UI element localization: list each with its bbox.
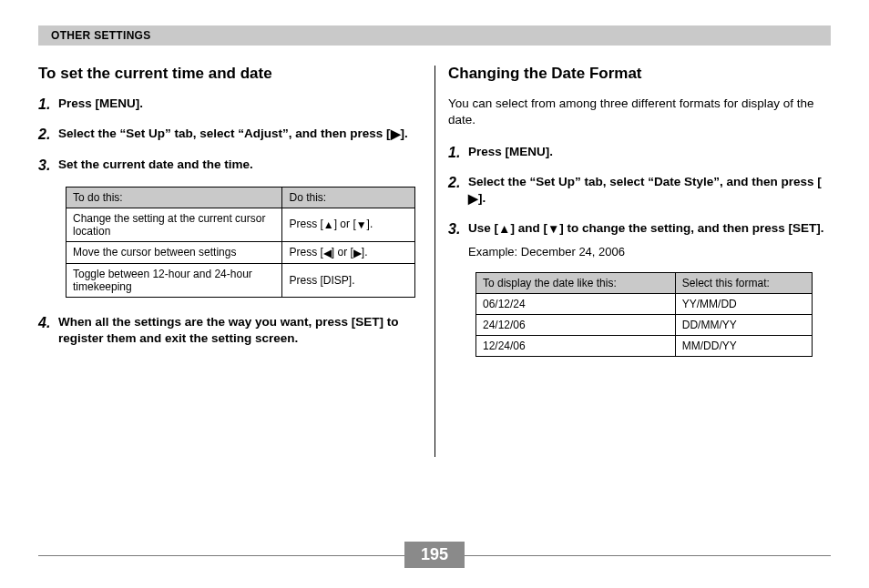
table-row: 24/12/06 DD/MM/YY	[476, 315, 813, 336]
step-number: 1.	[448, 144, 468, 161]
table-cell: Press [◀] or [▶].	[282, 241, 415, 263]
triangle-up-icon: ▲	[323, 218, 334, 231]
step-text: When all the settings are the way you wa…	[58, 314, 421, 347]
right-steps-list: 1. Press [MENU]. 2. Select the “Set Up” …	[448, 144, 831, 259]
section-header-text: OTHER SETTINGS	[38, 29, 151, 42]
triangle-up-icon: ▲	[498, 221, 510, 238]
page-footer: 195	[38, 542, 831, 568]
triangle-left-icon: ◀	[323, 247, 332, 259]
table-cell: MM/DD/YY	[675, 336, 812, 357]
step-number: 3.	[448, 220, 468, 238]
step-item: 3. Set the current date and the time.	[38, 157, 421, 174]
left-column: To set the current time and date 1. Pres…	[38, 64, 430, 373]
step-item: 3. Use [▲] and [▼] to change the setting…	[448, 220, 831, 259]
table-row: Change the setting at the current cursor…	[66, 208, 415, 241]
step-text: Select the “Set Up” tab, select “Adjust”…	[58, 126, 408, 143]
date-format-table: To display the date like this: Select th…	[475, 272, 813, 357]
step-item: 2. Select the “Set Up” tab, select “Date…	[448, 174, 831, 208]
table-row: Toggle between 12-hour and 24-hour timek…	[66, 263, 415, 297]
triangle-down-icon: ▼	[547, 221, 559, 238]
step-text: Set the current date and the time.	[58, 157, 253, 173]
table-header-row: To display the date like this: Select th…	[476, 273, 813, 294]
triangle-down-icon: ▼	[356, 218, 367, 231]
table-cell: DD/MM/YY	[675, 315, 812, 336]
time-actions-table: To do this: Do this: Change the setting …	[66, 187, 415, 298]
table-row: 06/12/24 YY/MM/DD	[476, 294, 813, 315]
manual-page: OTHER SETTINGS To set the current time a…	[38, 0, 831, 588]
table-cell: 06/12/24	[476, 294, 676, 315]
step-text: Use [▲] and [▼] to change the setting, a…	[468, 220, 824, 259]
left-steps-list: 1. Press [MENU]. 2. Select the “Set Up” …	[38, 96, 421, 174]
right-intro-text: You can select from among three differen…	[448, 96, 831, 128]
triangle-right-icon: ▶	[353, 247, 362, 259]
table-header-cell: Do this:	[282, 187, 415, 208]
table-header-cell: To do this:	[66, 187, 282, 208]
section-header-bar: OTHER SETTINGS	[38, 25, 831, 46]
step-item: 4. When all the settings are the way you…	[38, 314, 421, 347]
step-item: 1. Press [MENU].	[448, 144, 831, 161]
table-cell: Change the setting at the current cursor…	[66, 208, 282, 241]
step-item: 2. Select the “Set Up” tab, select “Adju…	[38, 126, 421, 143]
table-header-cell: Select this format:	[675, 273, 812, 294]
step-number: 2.	[38, 126, 58, 143]
table-header-cell: To display the date like this:	[476, 273, 676, 294]
table-cell: Toggle between 12-hour and 24-hour timek…	[66, 263, 282, 297]
step-item: 1. Press [MENU].	[38, 96, 421, 113]
step-number: 2.	[448, 174, 468, 191]
right-heading: Changing the Date Format	[448, 64, 831, 83]
step-number: 4.	[38, 314, 58, 331]
table-cell: 12/24/06	[476, 336, 676, 357]
table-cell: Move the cursor between settings	[66, 241, 282, 263]
left-heading: To set the current time and date	[38, 64, 421, 83]
step-text: Press [MENU].	[468, 144, 553, 160]
triangle-right-icon: ▶	[391, 127, 401, 143]
right-column: Changing the Date Format You can select …	[448, 64, 831, 373]
table-row: Move the cursor between settings Press […	[66, 241, 415, 263]
column-divider	[434, 66, 435, 457]
table-cell: Press [▲] or [▼].	[282, 208, 415, 241]
step-number: 1.	[38, 96, 58, 113]
step-text: Select the “Set Up” tab, select “Date St…	[468, 174, 831, 208]
two-column-layout: To set the current time and date 1. Pres…	[38, 64, 831, 373]
step-number: 3.	[38, 157, 58, 174]
table-row: 12/24/06 MM/DD/YY	[476, 336, 813, 357]
table-header-row: To do this: Do this:	[66, 187, 415, 208]
page-number: 195	[404, 542, 465, 568]
table-cell: Press [DISP].	[282, 263, 415, 297]
left-steps-list-cont: 4. When all the settings are the way you…	[38, 314, 421, 347]
table-cell: YY/MM/DD	[675, 294, 812, 315]
table-cell: 24/12/06	[476, 315, 676, 336]
step-example-text: Example: December 24, 2006	[468, 244, 824, 260]
step-text: Press [MENU].	[58, 96, 143, 112]
triangle-right-icon: ▶	[468, 191, 478, 208]
